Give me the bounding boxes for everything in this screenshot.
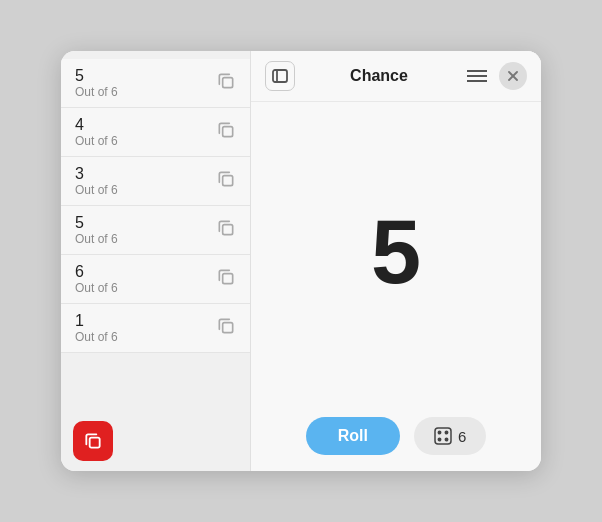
list-item-info: 1 Out of 6 (75, 312, 118, 344)
list-item-info: 5 Out of 6 (75, 214, 118, 246)
list-item-label: Out of 6 (75, 183, 118, 197)
menu-button[interactable] (463, 62, 491, 90)
list-item[interactable]: 1 Out of 6 (61, 304, 250, 353)
list-item-number: 3 (75, 165, 118, 183)
svg-rect-4 (223, 273, 233, 283)
red-copy-button[interactable] (73, 421, 113, 461)
list-item[interactable]: 5 Out of 6 (61, 206, 250, 255)
list-item-label: Out of 6 (75, 134, 118, 148)
list-item[interactable]: 5 Out of 6 (61, 59, 250, 108)
list-item-info: 3 Out of 6 (75, 165, 118, 197)
list-item[interactable]: 6 Out of 6 (61, 255, 250, 304)
svg-point-18 (445, 438, 447, 440)
list-item-number: 5 (75, 214, 118, 232)
svg-rect-6 (90, 438, 100, 448)
copy-icon[interactable] (216, 316, 236, 341)
app-window: 5 Out of 6 4 Out of 6 (61, 51, 541, 471)
svg-rect-7 (273, 70, 287, 82)
svg-rect-14 (435, 428, 451, 444)
list-item-info: 6 Out of 6 (75, 263, 118, 295)
dice-button[interactable]: 6 (414, 417, 486, 455)
list-item-label: Out of 6 (75, 330, 118, 344)
right-header: Chance (251, 51, 541, 102)
main-content: 5 (251, 102, 541, 401)
svg-rect-2 (223, 175, 233, 185)
close-button[interactable] (499, 62, 527, 90)
result-number: 5 (371, 207, 421, 297)
copy-icon[interactable] (216, 267, 236, 292)
svg-point-17 (438, 438, 440, 440)
list-item-number: 5 (75, 67, 118, 85)
right-panel: Chance 5 (251, 51, 541, 471)
bottom-bar (61, 411, 250, 471)
left-panel: 5 Out of 6 4 Out of 6 (61, 51, 251, 471)
list-item-label: Out of 6 (75, 281, 118, 295)
svg-point-16 (445, 431, 447, 433)
header-right-icons (463, 62, 527, 90)
list-item-info: 5 Out of 6 (75, 67, 118, 99)
list-item-number: 1 (75, 312, 118, 330)
svg-point-15 (438, 431, 440, 433)
dice-value: 6 (458, 428, 466, 445)
list-item[interactable]: 4 Out of 6 (61, 108, 250, 157)
copy-icon[interactable] (216, 71, 236, 96)
list-item-number: 6 (75, 263, 118, 281)
window-title: Chance (350, 67, 408, 85)
copy-icon[interactable] (216, 120, 236, 145)
svg-rect-0 (223, 77, 233, 87)
right-footer: Roll 6 (251, 401, 541, 471)
svg-rect-3 (223, 224, 233, 234)
list-items: 5 Out of 6 4 Out of 6 (61, 51, 250, 411)
list-item-label: Out of 6 (75, 232, 118, 246)
sidebar-toggle-button[interactable] (265, 61, 295, 91)
list-item-label: Out of 6 (75, 85, 118, 99)
svg-rect-5 (223, 322, 233, 332)
copy-icon[interactable] (216, 169, 236, 194)
list-item[interactable]: 3 Out of 6 (61, 157, 250, 206)
roll-button[interactable]: Roll (306, 417, 400, 455)
copy-icon[interactable] (216, 218, 236, 243)
list-item-info: 4 Out of 6 (75, 116, 118, 148)
svg-rect-1 (223, 126, 233, 136)
list-item-number: 4 (75, 116, 118, 134)
